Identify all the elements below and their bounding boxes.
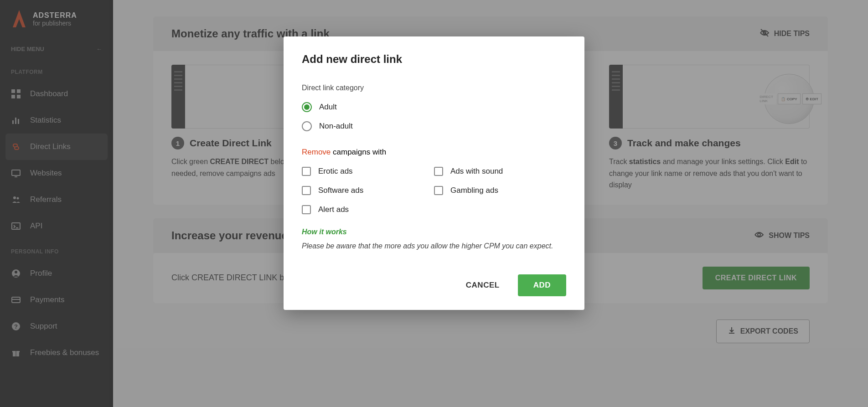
category-label: Direct link category [302, 84, 566, 92]
checkbox-label: Alert ads [318, 205, 349, 214]
checkbox-gambling-ads[interactable]: Gambling ads [434, 186, 566, 195]
checkbox-icon [302, 186, 311, 195]
checkbox-label: Software ads [318, 186, 363, 195]
checkbox-icon [302, 167, 311, 176]
add-direct-link-modal: Add new direct link Direct link category… [284, 36, 584, 310]
checkbox-grid: Erotic ads Ads with sound Software ads G… [302, 167, 566, 214]
checkbox-software-ads[interactable]: Software ads [302, 186, 434, 195]
radio-icon [302, 121, 312, 131]
checkbox-ads-with-sound[interactable]: Ads with sound [434, 167, 566, 176]
radio-non-adult[interactable]: Non-adult [302, 121, 566, 131]
checkbox-alert-ads[interactable]: Alert ads [302, 205, 434, 214]
aware-note: Please be aware that the more ads you al… [302, 241, 566, 252]
cancel-button[interactable]: CANCEL [457, 275, 509, 295]
checkbox-erotic-ads[interactable]: Erotic ads [302, 167, 434, 176]
checkbox-label: Erotic ads [318, 167, 353, 176]
radio-label: Non-adult [319, 122, 353, 131]
modal-overlay[interactable]: Add new direct link Direct link category… [0, 0, 868, 407]
checkbox-icon [434, 167, 443, 176]
add-button[interactable]: ADD [518, 274, 566, 296]
checkbox-label: Gambling ads [450, 186, 498, 195]
radio-adult[interactable]: Adult [302, 102, 566, 112]
how-it-works-link[interactable]: How it works [302, 228, 566, 236]
remove-campaigns-label: Remove campaigns with [302, 148, 566, 157]
modal-title: Add new direct link [302, 53, 566, 66]
checkbox-icon [302, 205, 311, 214]
checkbox-icon [434, 186, 443, 195]
modal-actions: CANCEL ADD [302, 274, 566, 296]
radio-icon [302, 102, 312, 112]
checkbox-label: Ads with sound [450, 167, 503, 176]
radio-label: Adult [319, 103, 337, 112]
